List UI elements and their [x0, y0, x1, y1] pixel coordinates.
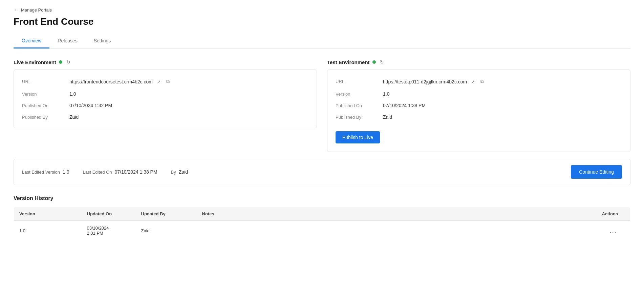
last-edited-on-item: Last Edited On 07/10/2024 1:38 PM — [83, 169, 157, 175]
row-updated-on: 03/10/2024 2:01 PM — [82, 221, 136, 241]
live-published-by-value: Zaid — [69, 114, 308, 120]
last-edited-on-label: Last Edited On — [83, 170, 112, 175]
test-url-row: URL https://testotp011-d2jgjfkn.crm4b2c.… — [336, 78, 622, 85]
tab-overview[interactable]: Overview — [14, 34, 49, 48]
last-edited-version-label: Last Edited Version — [22, 170, 60, 175]
table-row: 1.0 03/10/2024 2:01 PM Zaid ... — [14, 221, 630, 241]
test-env-title: Test Environment — [327, 59, 370, 65]
tabs-container: Overview Releases Settings — [14, 34, 630, 48]
test-environment-heading: Test Environment ↻ — [327, 59, 630, 65]
last-edited-by-item: By Zaid — [171, 169, 188, 175]
last-edited-bar: Last Edited Version 1.0 Last Edited On 0… — [14, 159, 630, 185]
live-published-by-row: Published By Zaid — [22, 114, 308, 120]
test-refresh-button[interactable]: ↻ — [379, 59, 385, 65]
row-version: 1.0 — [14, 221, 82, 241]
test-url-external-icon[interactable]: ↗ — [470, 78, 476, 85]
test-url-text: https://testotp011-d2jgjfkn.crm4b2c.com — [383, 79, 467, 84]
page-title: Front End Course — [14, 16, 630, 27]
test-published-by-label: Published By — [336, 115, 383, 120]
last-edited-version-item: Last Edited Version 1.0 — [22, 169, 69, 175]
test-version-row: Version 1.0 — [336, 91, 622, 97]
last-edited-by-label: By — [171, 170, 176, 175]
col-header-updated-on: Updated On — [82, 207, 136, 221]
test-environment-section: Test Environment ↻ URL https://testotp01… — [327, 59, 630, 152]
test-published-by-row: Published By Zaid — [336, 114, 622, 120]
version-history-section: Version History Version Updated On Updat… — [14, 195, 630, 241]
row-updated-by: Zaid — [136, 221, 197, 241]
tab-releases[interactable]: Releases — [49, 34, 85, 48]
test-url-copy-icon[interactable]: ⧉ — [479, 78, 485, 85]
version-history-table: Version Updated On Updated By Notes Acti… — [14, 207, 630, 241]
actions-menu-button[interactable]: ... — [610, 227, 617, 234]
test-env-card: URL https://testotp011-d2jgjfkn.crm4b2c.… — [327, 70, 630, 152]
live-version-row: Version 1.0 — [22, 91, 308, 97]
version-history-title: Version History — [14, 195, 630, 201]
back-arrow-icon: ← — [14, 7, 19, 13]
row-updated-on-date: 03/10/2024 — [87, 226, 109, 231]
col-header-notes: Notes — [197, 207, 597, 221]
live-published-on-label: Published On — [22, 103, 69, 108]
row-actions: ... — [597, 221, 630, 241]
live-env-card: URL https://frontendcoursetest.crm4b2c.c… — [14, 70, 317, 128]
live-published-by-label: Published By — [22, 115, 69, 120]
test-published-on-label: Published On — [336, 103, 383, 108]
row-updated-on-time: 2:01 PM — [87, 231, 103, 236]
col-header-actions: Actions — [597, 207, 630, 221]
tab-settings[interactable]: Settings — [86, 34, 119, 48]
live-url-copy-icon[interactable]: ⧉ — [165, 78, 171, 85]
live-environment-section: Live Environment ↻ URL https://frontendc… — [14, 59, 317, 152]
version-history-tbody: 1.0 03/10/2024 2:01 PM Zaid ... — [14, 221, 630, 241]
test-url-value: https://testotp011-d2jgjfkn.crm4b2c.com … — [383, 78, 622, 85]
test-published-on-row: Published On 07/10/2024 1:38 PM — [336, 103, 622, 108]
test-url-label: URL — [336, 79, 383, 84]
last-edited-on-value: 07/10/2024 1:38 PM — [115, 169, 157, 175]
live-published-on-value: 07/10/2024 1:32 PM — [69, 103, 308, 108]
row-notes — [197, 221, 597, 241]
environments-row: Live Environment ↻ URL https://frontendc… — [14, 59, 630, 152]
test-published-on-value: 07/10/2024 1:38 PM — [383, 103, 622, 108]
version-history-thead: Version Updated On Updated By Notes Acti… — [14, 207, 630, 221]
live-url-text: https://frontendcoursetest.crm4b2c.com — [69, 79, 153, 84]
live-status-dot — [59, 60, 62, 64]
continue-editing-button[interactable]: Continue Editing — [571, 165, 622, 179]
live-env-title: Live Environment — [14, 59, 56, 65]
live-url-value: https://frontendcoursetest.crm4b2c.com ↗… — [69, 78, 308, 85]
test-status-dot — [372, 60, 376, 64]
test-version-value: 1.0 — [383, 91, 622, 97]
last-edited-by-value: Zaid — [179, 169, 188, 175]
col-header-version: Version — [14, 207, 82, 221]
test-version-label: Version — [336, 92, 383, 97]
version-history-header-row: Version Updated On Updated By Notes Acti… — [14, 207, 630, 221]
live-url-label: URL — [22, 79, 69, 84]
back-link-label: Manage Portals — [21, 7, 52, 13]
test-published-by-value: Zaid — [383, 114, 622, 120]
live-version-label: Version — [22, 92, 69, 97]
live-url-row: URL https://frontendcoursetest.crm4b2c.c… — [22, 78, 308, 85]
publish-to-live-button[interactable]: Publish to Live — [336, 131, 380, 143]
live-refresh-button[interactable]: ↻ — [65, 59, 72, 65]
live-url-external-icon[interactable]: ↗ — [155, 78, 162, 85]
live-published-on-row: Published On 07/10/2024 1:32 PM — [22, 103, 308, 108]
live-environment-heading: Live Environment ↻ — [14, 59, 317, 65]
col-header-updated-by: Updated By — [136, 207, 197, 221]
back-link[interactable]: ← Manage Portals — [14, 7, 630, 13]
live-version-value: 1.0 — [69, 91, 308, 97]
last-edited-version-value: 1.0 — [63, 169, 69, 175]
